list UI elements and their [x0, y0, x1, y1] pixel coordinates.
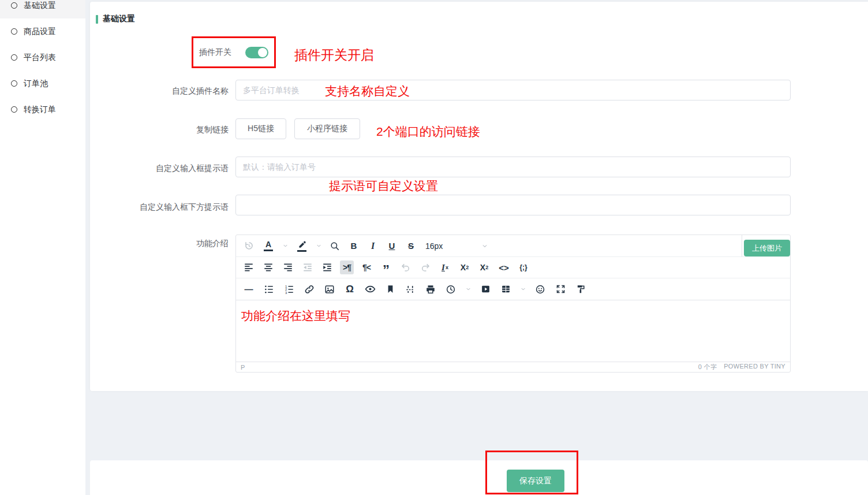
rich-text-editor: A B I U S 16px 上传图片 >¶ ¶< ”: [235, 235, 791, 373]
underline-icon[interactable]: U: [385, 239, 399, 253]
chevron-down-icon[interactable]: [519, 282, 527, 296]
input-below-hint-input[interactable]: [235, 195, 791, 215]
direction-rtl-icon[interactable]: ¶<: [360, 260, 373, 274]
section-title: 基础设置: [96, 14, 135, 24]
sidebar-item-label: 转换订单: [24, 105, 56, 115]
chevron-down-icon: [481, 239, 489, 253]
plugin-toggle-label: 插件开关: [199, 47, 231, 58]
chevron-down-icon[interactable]: [281, 239, 289, 253]
upload-image-button[interactable]: 上传图片: [744, 240, 790, 256]
media-icon[interactable]: [478, 282, 492, 296]
search-icon[interactable]: [328, 239, 342, 253]
feature-intro-label: 功能介绍: [90, 239, 229, 249]
sidebar-item-basic-settings[interactable]: 基础设置: [0, 0, 85, 18]
code-sample-icon[interactable]: {;}: [517, 260, 530, 274]
sidebar-item-label: 商品设置: [24, 27, 56, 37]
circle-icon: [11, 54, 17, 61]
sidebar-item-label: 订单池: [24, 79, 48, 89]
format-paint-icon[interactable]: [574, 282, 588, 296]
input-hint-label: 自定义输入框提示语: [90, 163, 229, 174]
annotation-two-ports: 2个端口的访问链接: [376, 124, 480, 140]
image-icon[interactable]: [323, 282, 336, 296]
emoji-icon[interactable]: [533, 282, 547, 296]
annotation-toggle-on: 插件开关开启: [294, 46, 374, 64]
highlight-color-icon[interactable]: [294, 239, 309, 253]
toolbar-divider: [742, 235, 742, 256]
bullet-list-icon[interactable]: [262, 282, 276, 296]
toggle-knob-icon: [258, 48, 267, 57]
indent-icon[interactable]: [320, 260, 334, 274]
text-color-icon[interactable]: A: [261, 239, 276, 253]
page-title: 基础设置: [103, 14, 135, 24]
special-character-icon[interactable]: Ω: [343, 282, 357, 296]
horizontal-rule-icon[interactable]: —: [242, 282, 256, 296]
settings-card: 基础设置 插件开关 插件开关开启 自定义插件名称 支持名称自定义 复制链接 H5…: [90, 2, 868, 391]
strikethrough-icon[interactable]: S: [404, 239, 418, 253]
sidebar-menu: 基础设置 商品设置 平台列表 订单池 转换订单: [0, 0, 85, 122]
circle-icon: [11, 2, 17, 9]
align-left-icon[interactable]: [242, 260, 256, 274]
anchor-bookmark-icon[interactable]: [383, 282, 397, 296]
circle-icon: [11, 80, 17, 87]
code-icon[interactable]: <>: [497, 260, 511, 274]
circle-icon: [11, 106, 17, 113]
sidebar-item-order-pool[interactable]: 订单池: [0, 70, 85, 96]
bold-icon[interactable]: B: [347, 239, 361, 253]
numbered-list-icon[interactable]: [282, 282, 296, 296]
clear-format-icon[interactable]: Ix: [438, 260, 452, 274]
plugin-toggle-row: 插件开关: [193, 38, 274, 66]
element-path[interactable]: P: [241, 364, 245, 371]
history-icon[interactable]: [242, 239, 256, 253]
miniprogram-link-button[interactable]: 小程序链接: [294, 118, 360, 139]
italic-icon[interactable]: I: [366, 239, 380, 253]
plugin-toggle-switch[interactable]: [245, 47, 268, 58]
annotation-hint-custom: 提示语可自定义设置: [329, 178, 438, 194]
redo-icon[interactable]: [418, 260, 432, 274]
status-right: 0 个字 POWERED BY TINY: [698, 363, 785, 371]
font-size-value: 16px: [425, 241, 443, 251]
annotation-intro-here: 功能介绍在这里填写: [241, 308, 350, 324]
powered-by-tiny[interactable]: POWERED BY TINY: [724, 363, 785, 371]
undo-icon[interactable]: [399, 260, 413, 274]
sidebar: 基础设置 商品设置 平台列表 订单池 转换订单: [0, 0, 85, 495]
footer-action-bar: [90, 460, 868, 495]
blockquote-icon[interactable]: ”: [379, 260, 393, 274]
table-icon[interactable]: [499, 282, 512, 296]
sidebar-item-label: 平台列表: [24, 53, 56, 63]
font-size-select[interactable]: 16px: [423, 239, 491, 253]
editor-toolbar-row2: >¶ ¶< ” Ix X2 X2 <> {;}: [236, 257, 790, 278]
preview-eye-icon[interactable]: [363, 282, 377, 296]
print-icon[interactable]: [424, 282, 437, 296]
chevron-down-icon[interactable]: [464, 282, 472, 296]
editor-status-bar: P 0 个字 POWERED BY TINY: [236, 362, 790, 372]
editor-toolbar-row3: — Ω: [236, 278, 790, 300]
word-count[interactable]: 0 个字: [698, 363, 717, 371]
copy-link-label: 复制链接: [90, 125, 229, 135]
align-right-icon[interactable]: [281, 260, 295, 274]
circle-icon: [11, 28, 17, 35]
plugin-name-input[interactable]: [235, 80, 791, 101]
title-accent-bar: [96, 15, 98, 24]
save-settings-button[interactable]: 保存设置: [507, 470, 564, 492]
h5-link-button[interactable]: H5链接: [235, 118, 286, 139]
sidebar-item-label: 基础设置: [24, 1, 56, 11]
input-hint-input[interactable]: [235, 157, 791, 177]
sidebar-item-convert-order[interactable]: 转换订单: [0, 96, 85, 122]
plugin-name-label: 自定义插件名称: [90, 86, 229, 96]
sidebar-item-product-settings[interactable]: 商品设置: [0, 18, 85, 44]
page-break-icon[interactable]: [403, 282, 417, 296]
input-below-hint-label: 自定义输入框下方提示语: [90, 202, 229, 213]
outdent-icon[interactable]: [301, 260, 315, 274]
link-icon[interactable]: [302, 282, 316, 296]
editor-content-area[interactable]: 功能介绍在这里填写: [236, 300, 790, 362]
insert-datetime-icon[interactable]: [444, 282, 458, 296]
sidebar-item-platform-list[interactable]: 平台列表: [0, 44, 85, 70]
align-center-icon[interactable]: [261, 260, 275, 274]
direction-ltr-icon[interactable]: >¶: [340, 260, 354, 274]
subscript-icon[interactable]: X2: [458, 260, 472, 274]
superscript-icon[interactable]: X2: [477, 260, 491, 274]
chevron-down-icon[interactable]: [315, 239, 323, 253]
editor-toolbar-row1: A B I U S 16px 上传图片: [236, 235, 790, 257]
fullscreen-icon[interactable]: [553, 282, 567, 296]
